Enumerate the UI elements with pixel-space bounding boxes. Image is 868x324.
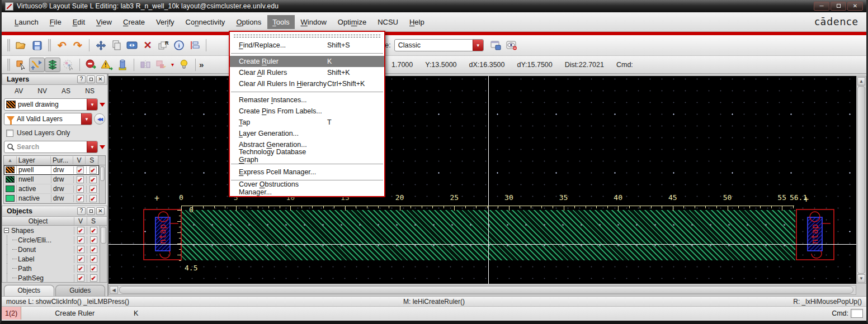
- workspace-select[interactable]: Classic ▼: [394, 39, 484, 51]
- object-row-path[interactable]: Path✔✔: [2, 264, 100, 273]
- active-layer-select[interactable]: pwell drawing ▼: [4, 98, 98, 111]
- objects-help-button[interactable]: ?: [77, 207, 86, 215]
- object-row-label[interactable]: Label✔✔: [2, 254, 100, 264]
- maximize-button[interactable]: [831, 2, 846, 11]
- col-visible[interactable]: V: [73, 156, 86, 164]
- menu-item-find-replace[interactable]: Find/Replace...Shift+S: [230, 40, 384, 51]
- highlight-button[interactable]: [176, 58, 192, 72]
- path-mode-button[interactable]: [29, 58, 45, 72]
- menu-item-cover-obstructions-manager[interactable]: Cover Obstructions Manager...: [230, 183, 384, 194]
- layer-filter-dropdown-arrow[interactable]: ▼: [81, 113, 92, 125]
- menu-item-remaster-instances[interactable]: Remaster Instances...: [230, 94, 384, 106]
- scrollbar-thumb[interactable]: [101, 227, 106, 244]
- workspace-dropdown-arrow[interactable]: ▼: [473, 40, 483, 51]
- selectable-checkbox[interactable]: ✔: [90, 265, 97, 272]
- cmd-input[interactable]: [851, 309, 863, 318]
- copy-button[interactable]: [108, 38, 124, 53]
- toolbar-grip[interactable]: [48, 39, 51, 51]
- col-object[interactable]: Object: [2, 217, 74, 225]
- partial-select-button[interactable]: [13, 58, 29, 72]
- objects-scrollbar[interactable]: [100, 226, 107, 282]
- menubar-item-help[interactable]: Help: [404, 15, 430, 29]
- canvas-horizontal-scrollbar[interactable]: ◀: [108, 285, 856, 295]
- save-workspace-button[interactable]: [488, 38, 504, 53]
- menubar-item-view[interactable]: View: [91, 15, 117, 29]
- selectable-checkbox[interactable]: ✔: [90, 227, 97, 234]
- close-button[interactable]: ✕: [847, 2, 863, 11]
- scroll-left-arrow[interactable]: ◀: [110, 286, 118, 294]
- layer-table-scrollbar[interactable]: [98, 156, 105, 165]
- minimize-button[interactable]: ─: [814, 2, 829, 11]
- layer-row-pwell[interactable]: pwelldrw✔✔: [4, 165, 99, 175]
- used-layers-checkbox[interactable]: [6, 130, 13, 137]
- selectable-checkbox[interactable]: ✔: [89, 195, 97, 202]
- sort-arrow-icon[interactable]: ▲: [4, 158, 16, 163]
- layer-menu-arrow[interactable]: [100, 103, 105, 107]
- layers-float-button[interactable]: [87, 75, 95, 83]
- layer-table-scrollbar[interactable]: [99, 165, 105, 203]
- hide-workspace-button[interactable]: [504, 38, 520, 53]
- dock-tab-objects[interactable]: Objects: [4, 285, 54, 296]
- open-button[interactable]: [13, 38, 29, 53]
- hierarchy-button[interactable]: [187, 38, 202, 53]
- move-button[interactable]: [93, 38, 108, 53]
- col-object-v[interactable]: V: [74, 217, 87, 225]
- menubar-item-options[interactable]: Options: [231, 15, 266, 29]
- layer-tap-button[interactable]: [45, 58, 60, 72]
- layers-close-button[interactable]: ✕: [96, 75, 105, 83]
- rotate-button[interactable]: R: [155, 38, 171, 53]
- layer-search-box[interactable]: Search ▼: [4, 141, 98, 153]
- scrollbar-thumb[interactable]: [857, 86, 865, 274]
- col-object-s[interactable]: S: [87, 217, 100, 225]
- layer-filter-select[interactable]: All Valid Layers ▼: [4, 113, 92, 125]
- col-layer[interactable]: Layer: [16, 156, 50, 164]
- undo-button[interactable]: ↶: [54, 38, 70, 53]
- search-menu-arrow[interactable]: [100, 145, 105, 149]
- menubar-item-launch[interactable]: Launch: [10, 15, 44, 29]
- visible-checkbox[interactable]: ✔: [77, 255, 84, 263]
- menu-item-create-ruler[interactable]: Create RulerK: [230, 56, 384, 67]
- layer-row-nwell[interactable]: nwelldrw✔✔: [4, 175, 99, 184]
- mirror-button[interactable]: [138, 58, 153, 72]
- menu-item-express-pcell-manager[interactable]: Express Pcell Manager...: [230, 166, 384, 178]
- scroll-down-arrow[interactable]: ▼: [857, 274, 865, 283]
- ntap-cell-left[interactable]: ntap: [143, 209, 182, 260]
- delete-button[interactable]: ✕: [140, 38, 155, 53]
- visibility-tab-as[interactable]: AS: [62, 87, 70, 95]
- menubar-item-verify[interactable]: Verify: [151, 15, 180, 29]
- layer-row-nactive[interactable]: nactivedrw✔✔: [4, 194, 99, 203]
- selectable-checkbox[interactable]: ✔: [90, 274, 97, 282]
- scrollbar-thumb[interactable]: [119, 286, 853, 294]
- menu-tearoff-handle[interactable]: [234, 35, 380, 37]
- col-purpose[interactable]: Pur...: [50, 156, 73, 164]
- menu-item-create-pins-from-labels[interactable]: Create Pins From Labels...: [230, 106, 384, 117]
- visible-checkbox[interactable]: ✔: [77, 246, 84, 253]
- active-layer-dropdown-arrow[interactable]: ▼: [87, 99, 97, 110]
- shape-tools-button[interactable]: [153, 58, 169, 72]
- selectable-checkbox[interactable]: ✔: [89, 176, 97, 183]
- via-button[interactable]: [115, 58, 130, 72]
- object-row-pathseg[interactable]: PathSeg✔✔: [2, 273, 100, 283]
- tree-expander-icon[interactable]: [4, 228, 9, 233]
- area-select-button[interactable]: [60, 58, 76, 72]
- visibility-tab-nv[interactable]: NV: [37, 87, 47, 95]
- menu-item-clear-all-rulers-in-hierarchy[interactable]: Clear All Rulers In HierarchyCtrl+Shift+…: [230, 78, 384, 89]
- menu-item-tap[interactable]: TapT: [230, 117, 384, 128]
- objects-close-button[interactable]: ✕: [96, 207, 105, 215]
- visible-checkbox[interactable]: ✔: [77, 185, 84, 193]
- stop-button[interactable]: [83, 58, 99, 72]
- properties-button[interactable]: i: [171, 38, 187, 53]
- scroll-up-arrow[interactable]: ▲: [857, 77, 865, 85]
- visible-checkbox[interactable]: ✔: [77, 274, 84, 282]
- object-row-shapes[interactable]: Shapes✔✔: [2, 226, 100, 235]
- visibility-tab-av[interactable]: AV: [15, 87, 23, 95]
- selectable-checkbox[interactable]: ✔: [90, 246, 97, 253]
- menu-item-technology-database-graph[interactable]: Technology Database Graph: [230, 150, 384, 161]
- menubar-item-ncsu[interactable]: NCSU: [372, 15, 403, 29]
- stretch-button[interactable]: [124, 38, 140, 53]
- toolbar-grip[interactable]: [7, 59, 10, 71]
- menubar-item-optimize[interactable]: Optimize: [333, 15, 371, 29]
- check-warnings-button[interactable]: !: [99, 58, 115, 72]
- dock-tab-guides[interactable]: Guides: [55, 285, 106, 296]
- visible-checkbox[interactable]: ✔: [77, 236, 84, 244]
